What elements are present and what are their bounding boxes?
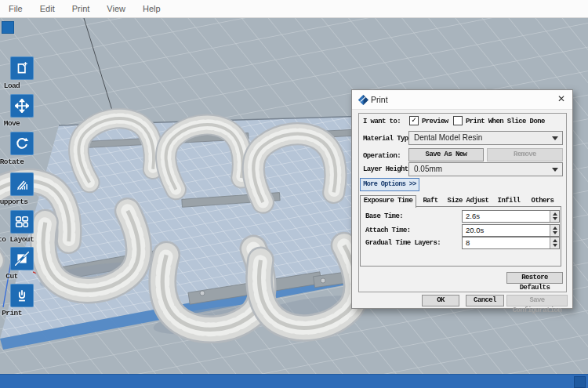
auto-layout-icon [15, 215, 29, 229]
supports-button[interactable] [10, 172, 34, 196]
auto-layout-label: Auto Layout [0, 235, 37, 244]
gradual-time-layers-value: 8 [466, 238, 470, 247]
preview-checkbox[interactable]: ✓ [409, 116, 419, 125]
menu-view[interactable]: View [98, 4, 134, 13]
save-as-new-button[interactable]: Save As New [408, 148, 484, 161]
tab-size-adjust[interactable]: Size Adjust [445, 196, 492, 206]
material-type-value: Dental Model Resin [414, 133, 482, 142]
spin-up-icon[interactable] [553, 239, 557, 242]
restore-defaults-button[interactable]: Restore Defaults [506, 272, 563, 284]
print-tool-label: Print [0, 309, 37, 317]
load-label: Load [0, 82, 37, 90]
attach-time-label: Attach Time: [365, 227, 411, 234]
menu-print[interactable]: Print [64, 4, 99, 13]
load-icon [15, 61, 29, 75]
spinner-buttons[interactable] [550, 225, 559, 236]
tab-exposure-time[interactable]: Exposure Time [360, 195, 416, 208]
more-options-button[interactable]: More Options >> [360, 178, 419, 191]
move-icon [15, 99, 29, 113]
print-when-slice-done-checkbox[interactable] [453, 116, 463, 125]
print-dialog: Print ✕ I want to: ✓ Preview Print When … [351, 89, 573, 309]
attach-time-spinner[interactable]: 20.0s [462, 224, 560, 237]
status-bar [0, 374, 588, 388]
load-button[interactable] [10, 56, 34, 80]
tab-raft[interactable]: Raft [418, 196, 443, 206]
layer-height-label: Layer Height: [363, 165, 412, 173]
attach-time-value: 20.0s [466, 226, 484, 234]
ok-button[interactable]: OK [422, 295, 459, 306]
preview-label: Preview [422, 118, 448, 125]
base-time-value: 2.6s [466, 212, 480, 220]
operation-label: Operation: [363, 152, 401, 160]
close-icon[interactable]: ✕ [557, 93, 565, 104]
auto-layout-button[interactable] [10, 210, 34, 234]
rotate-icon [15, 136, 29, 150]
cancel-button[interactable]: Cancel [466, 295, 504, 306]
supports-icon [15, 177, 29, 191]
save-configuration-button[interactable]: Save Configuration [506, 295, 568, 306]
gradual-time-layers-label: Gradual Time Layers: [365, 239, 441, 247]
rotate-button[interactable] [10, 132, 34, 155]
spinner-buttons[interactable] [550, 211, 559, 222]
menu-bar: File Edit Print View Help [0, 0, 588, 18]
dialog-title: Print [371, 95, 388, 104]
remove-button[interactable]: Remove [487, 148, 563, 161]
cut-button[interactable] [10, 247, 34, 270]
print-button[interactable] [10, 284, 34, 307]
gradual-time-layers-spinner[interactable]: 8 [462, 237, 560, 249]
material-type-dropdown[interactable]: Dental Model Resin [408, 131, 563, 145]
rotate-label: Rotate [0, 158, 37, 166]
i-want-to-label: I want to: [363, 118, 401, 125]
layer-height-value: 0.05mm [414, 165, 442, 173]
menu-help[interactable]: Help [134, 4, 169, 13]
print-dialog-titlebar[interactable]: Print ✕ [352, 90, 572, 110]
layer-height-dropdown[interactable]: 0.05mm [408, 162, 563, 176]
menu-file[interactable]: File [0, 4, 31, 13]
app-diamond-icon [358, 95, 368, 105]
cut-label: Cut [0, 272, 37, 281]
tab-infill[interactable]: Infill [493, 196, 524, 206]
base-time-label: Base Time: [365, 212, 403, 220]
menu-edit[interactable]: Edit [31, 4, 64, 13]
spinner-buttons[interactable] [550, 238, 559, 248]
base-time-spinner[interactable]: 2.6s [462, 210, 560, 223]
move-label: Move [0, 119, 37, 128]
print-icon [15, 288, 29, 303]
move-button[interactable] [10, 94, 34, 118]
supports-label: Supports [0, 198, 37, 206]
status-bar-button[interactable] [574, 376, 586, 388]
tab-others[interactable]: Others [526, 196, 559, 206]
cut-icon [15, 252, 29, 266]
spin-down-icon[interactable] [553, 217, 557, 220]
viewport-corner-button[interactable] [2, 21, 14, 34]
spin-up-icon[interactable] [553, 227, 557, 230]
chevron-down-icon [552, 168, 558, 172]
chevron-down-icon [552, 136, 558, 140]
spin-up-icon[interactable] [553, 212, 557, 216]
spin-down-icon[interactable] [553, 244, 557, 247]
spin-down-icon[interactable] [553, 231, 557, 234]
print-when-slice-done-label: Print When Slice Done [466, 118, 545, 125]
